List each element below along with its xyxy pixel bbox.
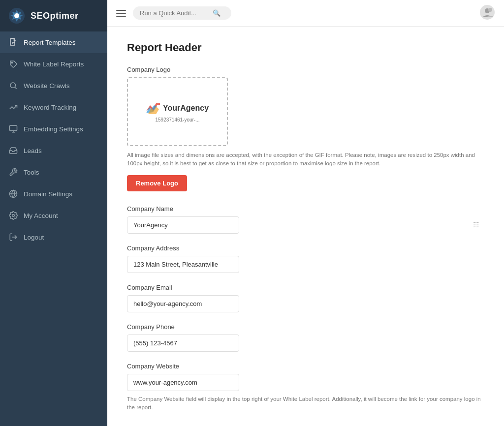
sidebar-item-label: Tools [24,169,39,176]
company-website-label: Company Website [127,363,484,370]
sidebar-item-label: Domain Settings [24,190,72,198]
sidebar-item-tools[interactable]: Tools [0,161,107,183]
agency-logo-svg [146,101,160,115]
agency-logo-name: YourAgency [163,104,209,113]
company-name-section: Company Name ☷ [127,205,484,234]
main-wrapper: 🔍 Report Header Company Logo [107,0,504,426]
company-email-input[interactable] [127,295,239,312]
main-content: Report Header Company Logo YourAgency [107,27,504,426]
svg-point-5 [11,62,12,63]
svg-point-17 [488,8,492,12]
sidebar-item-embedding-settings[interactable]: Embedding Settings [0,118,107,140]
website-note: The Company Website field will display i… [127,395,484,412]
search-bar[interactable]: 🔍 [133,6,231,20]
svg-rect-8 [10,125,17,131]
logo-filename: 1592371461-your-... [155,117,199,122]
sidebar-item-label: Report Templates [24,39,76,46]
sidebar-item-label: White Label Reports [24,61,84,68]
sidebar-item-logout[interactable]: Logout [0,226,107,248]
company-website-section: Company Website The Company Website fiel… [127,363,484,412]
logout-icon [9,233,18,242]
globe-icon [9,189,18,198]
sidebar-item-leads[interactable]: Leads [0,140,107,161]
sidebar-item-website-crawls[interactable]: Website Crawls [0,75,107,96]
search-input[interactable] [140,9,209,17]
company-name-input[interactable] [127,216,239,234]
tag-icon [9,60,18,68]
svg-point-6 [10,83,16,88]
brand-name: SEOptimer [31,11,79,21]
company-name-label: Company Name [127,205,484,213]
company-address-label: Company Address [127,244,484,252]
company-phone-label: Company Phone [127,323,484,331]
gear-icon [9,211,18,220]
sidebar-item-label: Logout [24,234,44,241]
company-website-input[interactable] [127,374,239,391]
logo-preview: YourAgency 1592371461-your-... [146,101,209,122]
wrench-icon [9,168,18,177]
company-email-label: Company Email [127,284,484,291]
monitor-icon [9,124,18,133]
svg-point-13 [12,214,15,217]
topbar: 🔍 [107,0,504,27]
svg-point-1 [14,13,19,18]
sidebar-item-domain-settings[interactable]: Domain Settings [0,183,107,205]
topbar-right [479,4,495,22]
remove-logo-button[interactable]: Remove Logo [127,175,187,191]
file-icon [9,38,18,47]
logo-note: All image file sizes and dimensions are … [127,151,484,168]
sidebar-item-white-label-reports[interactable]: White Label Reports [0,53,107,75]
svg-line-7 [15,87,16,89]
sidebar-item-label: My Account [24,212,58,219]
company-logo-label: Company Logo [127,66,484,73]
company-name-input-wrapper: ☷ [127,216,484,234]
search-icon: 🔍 [213,9,220,17]
sidebar-item-my-account[interactable]: My Account [0,205,107,226]
sidebar-item-keyword-tracking[interactable]: Keyword Tracking [0,96,107,118]
trending-icon [9,103,18,112]
company-phone-section: Company Phone [127,323,484,352]
company-address-section: Company Address [127,244,484,273]
sidebar-logo[interactable]: SEOptimer [0,0,107,31]
sidebar-item-label: Keyword Tracking [24,104,76,111]
sidebar-item-report-templates[interactable]: Report Templates [0,31,107,53]
sidebar-item-label: Leads [24,147,42,154]
search-circle-icon [9,81,18,90]
inbox-icon [9,146,18,155]
company-logo-section: Company Logo YourAgency 1592371461-your-… [127,66,484,194]
hamburger-menu[interactable] [116,10,126,17]
page-title: Report Header [127,41,484,54]
company-phone-input[interactable] [127,335,239,352]
input-list-icon: ☷ [473,221,479,229]
company-address-input[interactable] [127,256,239,273]
sidebar-item-label: Website Crawls [24,82,70,90]
sidebar-item-label: Embedding Settings [24,125,83,133]
seoptimer-logo-icon [8,7,26,25]
user-avatar-icon[interactable] [479,4,495,20]
logo-upload-area[interactable]: YourAgency 1592371461-your-... [127,77,228,146]
sidebar: SEOptimer Report Templates White Label R… [0,0,107,426]
logo-agency-icon: YourAgency [146,101,209,115]
company-email-section: Company Email [127,284,484,312]
